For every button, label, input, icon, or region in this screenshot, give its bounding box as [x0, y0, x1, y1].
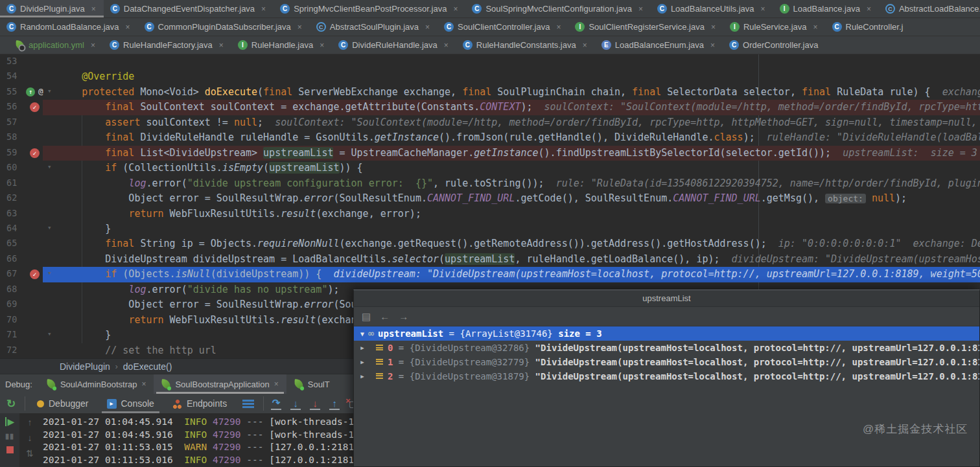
editor-tab[interactable]: CCommonPluginDataSubscriber.java×: [138, 18, 310, 36]
code-line-row[interactable]: 58 final DivideRuleHandle ruleHandle = G…: [0, 130, 980, 145]
close-icon[interactable]: ×: [761, 5, 765, 14]
rerun-icon[interactable]: ↻: [0, 397, 22, 411]
breakpoint-icon[interactable]: ✓: [30, 102, 40, 112]
tab-debugger[interactable]: Debugger: [28, 394, 98, 413]
fold-icon[interactable]: ▾: [47, 223, 52, 232]
code-line-row[interactable]: 55↑@▾ protected Mono<Void> doExecute(fin…: [0, 85, 980, 100]
force-step-into-icon[interactable]: ↓: [307, 398, 323, 410]
close-icon[interactable]: ×: [298, 23, 302, 32]
variable-row-selected[interactable]: ▼∞upstreamList = {ArrayList@31746} size …: [354, 326, 979, 341]
fold-icon[interactable]: ▾: [47, 163, 52, 171]
tab-endpoints[interactable]: Endpoints: [163, 394, 236, 413]
editor-tab[interactable]: CRuleController.j: [826, 18, 911, 36]
code-line-row[interactable]: 59✓ final List<DivideUpstream> upstreamL…: [0, 146, 980, 161]
breadcrumb-method[interactable]: doExecute(): [123, 361, 172, 372]
code-line-row[interactable]: 67✓▾ if (Objects.isNull(divideUpstream))…: [0, 267, 980, 282]
code-line-row[interactable]: 57 assert soulContext != null; soulConte…: [0, 115, 980, 130]
close-icon[interactable]: ×: [91, 41, 95, 50]
expand-icon[interactable]: ▶: [358, 345, 367, 351]
expand-icon[interactable]: ▶: [358, 359, 367, 365]
code-line-row[interactable]: 63 return WebFluxResultUtils.result(exch…: [0, 207, 980, 222]
close-icon[interactable]: ×: [813, 23, 818, 32]
variable-row[interactable]: ▶2 = {DivideUpstream@31879} "DivideUpstr…: [354, 369, 979, 383]
close-icon[interactable]: ×: [453, 5, 458, 14]
editor-tab[interactable]: CRandomLoadBalance.java×: [0, 18, 138, 36]
resume-icon[interactable]: ▶: [5, 417, 15, 426]
layout-menu-icon[interactable]: [242, 400, 254, 408]
editor-tab[interactable]: ISoulClientRegisterService.java×: [568, 18, 723, 36]
editor-tab[interactable]: IRuleHandle.java×: [231, 36, 332, 54]
close-icon[interactable]: ×: [556, 23, 561, 32]
close-icon[interactable]: ×: [219, 41, 224, 50]
editor-tab[interactable]: CDivideRuleHandle.java×: [332, 36, 456, 54]
editor-tab[interactable]: IRuleService.java×: [723, 18, 826, 36]
override-method-icon[interactable]: ↑: [26, 87, 35, 97]
close-icon[interactable]: ×: [710, 41, 715, 50]
editor-tab[interactable]: CAbstractSoulPlugin.java×: [310, 18, 438, 36]
expand-icon[interactable]: ▶: [358, 373, 367, 380]
editor-tab[interactable]: CRuleHandleConstants.java×: [456, 36, 595, 54]
code-line-row[interactable]: 64▾ }: [0, 222, 980, 236]
breakpoint-icon[interactable]: ✓: [30, 148, 40, 158]
soft-wrap-icon[interactable]: ⇅: [26, 448, 34, 459]
editor-tab[interactable]: CRuleHandleFactory.java×: [103, 36, 231, 54]
editor-tab[interactable]: CSpringMvcClientBeanPostProcessor.java×: [274, 0, 465, 17]
run-config-tab[interactable]: SoulT: [286, 374, 338, 394]
stop-icon[interactable]: [6, 446, 14, 453]
close-icon[interactable]: ×: [425, 23, 430, 32]
close-icon[interactable]: ×: [444, 41, 449, 50]
collapse-icon[interactable]: ▼: [358, 330, 367, 337]
close-icon[interactable]: ×: [320, 41, 324, 50]
code-line-row[interactable]: 62 Object error = SoulResultWrap.error(S…: [0, 191, 980, 206]
editor-tab[interactable]: COrderController.java: [723, 36, 826, 54]
close-icon[interactable]: ×: [126, 23, 130, 32]
code-token: (exchange, error);: [316, 208, 421, 220]
code-line-row[interactable]: 65 final String ip = Objects.requireNonN…: [0, 236, 980, 251]
close-icon[interactable]: ×: [867, 5, 871, 14]
pause-icon[interactable]: ▮▮: [5, 432, 14, 440]
step-out-icon[interactable]: ↑: [326, 398, 343, 410]
code-line-row[interactable]: 54 @Override: [0, 69, 980, 84]
step-into-icon[interactable]: ↓: [287, 398, 304, 410]
variable-row[interactable]: ▶0 = {DivideUpstream@32786} "DivideUpstr…: [354, 341, 979, 355]
tab-console[interactable]: ▸Console: [98, 394, 163, 413]
fold-icon[interactable]: ▾: [47, 269, 52, 277]
run-config-tab[interactable]: SoulBootstrapApplication×: [154, 374, 286, 394]
editor-tab[interactable]: ELoadBalanceEnum.java×: [595, 36, 723, 54]
close-icon[interactable]: ×: [274, 380, 279, 389]
step-over-icon[interactable]: ↷: [268, 397, 285, 410]
fold-icon[interactable]: ▾: [47, 87, 52, 95]
editor-tab[interactable]: CDataChangedEventDispatcher.java×: [104, 0, 274, 17]
editor-tab[interactable]: ILoadBalance.java×: [773, 0, 879, 17]
close-icon[interactable]: ×: [261, 5, 266, 14]
close-icon[interactable]: ×: [583, 41, 587, 50]
breadcrumb-class[interactable]: DividePlugin: [60, 361, 110, 372]
editor-tab[interactable]: CSoulClientController.java×: [438, 18, 568, 36]
close-icon[interactable]: ×: [638, 5, 643, 14]
code-token: selector: [392, 253, 439, 265]
scroll-up-icon[interactable]: ↑: [28, 417, 32, 427]
scroll-down-icon[interactable]: ↓: [28, 433, 32, 443]
fold-icon[interactable]: ▾: [47, 330, 52, 338]
code-line-row[interactable]: 61 log.error("divide upstream configurat…: [0, 176, 980, 191]
close-icon[interactable]: ×: [91, 5, 96, 14]
editor-tab[interactable]: CAbstractLoadBalance.ja: [879, 0, 980, 17]
close-icon[interactable]: ×: [711, 23, 716, 32]
code-line-row[interactable]: 56✓ final SoulContext soulContext = exch…: [0, 100, 980, 115]
editor-tab[interactable]: CSoulSpringMvcClientConfiguration.java×: [465, 0, 650, 17]
close-icon[interactable]: ×: [141, 380, 146, 389]
editor-tab[interactable]: application.yml×: [9, 36, 103, 54]
breakpoint-icon[interactable]: ✓: [30, 269, 40, 279]
code-line: if (Objects.isNull(divideUpstream)) { di…: [58, 267, 980, 282]
forward-icon[interactable]: →: [399, 311, 408, 322]
run-config-tab[interactable]: SoulAdminBootstrap×: [39, 374, 154, 394]
back-icon[interactable]: ←: [380, 311, 390, 322]
code-line-row[interactable]: 66 DivideUpstream divideUpstream = LoadB…: [0, 252, 980, 267]
view-options-icon[interactable]: ▤: [362, 311, 371, 323]
editor-tab[interactable]: CDividePlugin.java×: [0, 0, 104, 17]
variable-row[interactable]: ▶1 = {DivideUpstream@32779} "DivideUpstr…: [354, 355, 979, 369]
code-token: (: [257, 86, 263, 98]
code-line-row[interactable]: 53: [0, 54, 980, 69]
editor-tab[interactable]: CLoadBalanceUtils.java×: [651, 0, 773, 17]
code-line-row[interactable]: 60▾ if (CollectionUtils.isEmpty(upstream…: [0, 161, 980, 176]
